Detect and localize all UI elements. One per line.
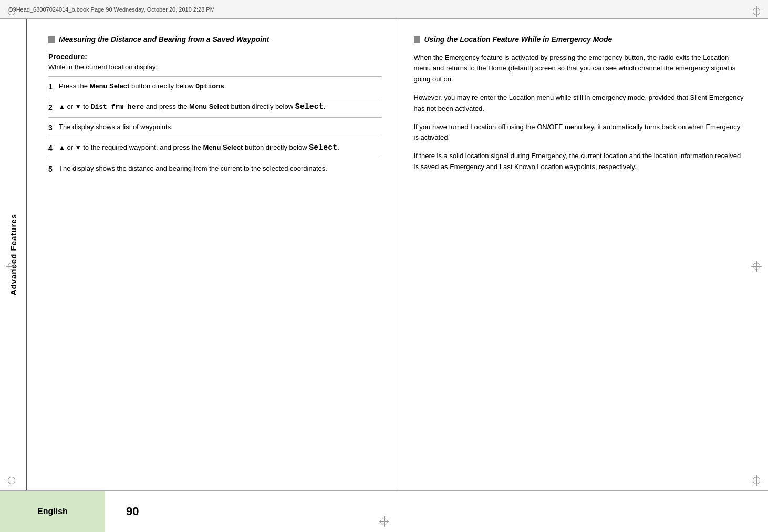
step-content-4: ▲ or ▼ to the required waypoint, and pre… (59, 142, 382, 154)
right-para-2: However, you may re-enter the Location m… (414, 92, 748, 114)
table-row: 5 The display shows the distance and bea… (48, 159, 382, 179)
language-label: English (37, 507, 68, 516)
crosshair-bottom-left (6, 475, 17, 486)
section-icon-right (414, 36, 420, 43)
header-bar: O9Head_68007024014_b.book Page 90 Wednes… (0, 0, 768, 19)
right-heading-text: Using the Location Feature While in Emer… (424, 35, 613, 45)
page-number: 90 (126, 505, 139, 518)
step-number-1: 1 (48, 81, 59, 92)
step-number-3: 3 (48, 122, 59, 133)
right-para-1: When the Emergency feature is activated … (414, 53, 748, 85)
crosshair-top-right (751, 6, 762, 17)
procedure-label: Procedure: (48, 53, 382, 61)
right-para-3: If you have turned Location off using th… (414, 122, 748, 144)
main-content: Measuring the Distance and Bearing from … (27, 19, 768, 490)
step-number-5: 5 (48, 164, 59, 175)
crosshair-right-mid (751, 261, 762, 272)
left-section-heading: Measuring the Distance and Bearing from … (48, 35, 382, 45)
step-number-2: 2 (48, 102, 59, 113)
procedure-intro: While in the current location display: (48, 63, 382, 71)
table-row: 3 The display shows a list of waypoints. (48, 117, 382, 138)
table-row: 2 ▲ or ▼ to Dist frm here and press the … (48, 97, 382, 118)
right-para-4: If there is a solid location signal duri… (414, 151, 748, 173)
step-content-2: ▲ or ▼ to Dist frm here and press the Me… (59, 101, 382, 113)
sidebar: Advanced Features (0, 19, 27, 490)
step-content-5: The display shows the distance and beari… (59, 163, 382, 174)
step-content-3: The display shows a list of waypoints. (59, 122, 382, 132)
step-number-4: 4 (48, 143, 59, 154)
sidebar-label: Advanced Features (9, 214, 18, 295)
left-column: Measuring the Distance and Bearing from … (27, 19, 398, 490)
crosshair-top-left (6, 6, 17, 17)
steps-list: 1 Press the Menu Select button directly … (48, 76, 382, 179)
right-column: Using the Location Feature While in Emer… (398, 19, 769, 490)
header-text: O9Head_68007024014_b.book Page 90 Wednes… (8, 6, 215, 13)
table-row: 1 Press the Menu Select button directly … (48, 76, 382, 97)
left-heading-text: Measuring the Distance and Bearing from … (59, 35, 269, 45)
right-section-heading: Using the Location Feature While in Emer… (414, 35, 748, 45)
table-row: 4 ▲ or ▼ to the required waypoint, and p… (48, 138, 382, 159)
crosshair-left-mid (6, 261, 17, 272)
crosshair-bottom-right (751, 475, 762, 486)
step-content-1: Press the Menu Select button directly be… (59, 81, 382, 92)
language-tab: English (0, 491, 105, 532)
section-icon (48, 36, 55, 43)
bottom-bar: English 90 (0, 490, 768, 532)
crosshair-bottom-center (379, 516, 389, 527)
